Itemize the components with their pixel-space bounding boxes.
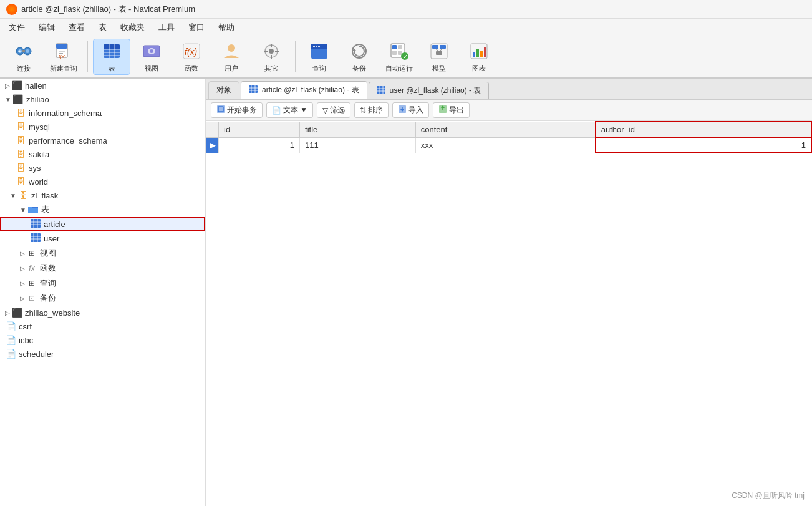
sidebar-item-tables-folder[interactable]: ▼ 表 bbox=[0, 202, 205, 217]
cell-title[interactable]: 111 bbox=[300, 137, 416, 153]
th-author-id[interactable]: author_id bbox=[596, 122, 811, 137]
new-query-button[interactable]: f(x) 新建查询 bbox=[45, 39, 82, 75]
sidebar-item-backup[interactable]: ▷ ⊡ 备份 bbox=[0, 291, 205, 306]
title-bar: article @zl_flask (zhiliao) - 表 - Navica… bbox=[0, 0, 812, 19]
tab-article[interactable]: article @zl_flask (zhiliao) - 表 bbox=[241, 81, 367, 99]
row-marker: ▶ bbox=[206, 137, 219, 153]
sidebar-item-csrf[interactable]: 📄 csrf bbox=[0, 319, 205, 333]
backup-button[interactable]: 备份 bbox=[341, 39, 378, 75]
import-label: 导入 bbox=[408, 105, 423, 115]
filter-icon: ▽ bbox=[322, 106, 328, 115]
menu-table[interactable]: 表 bbox=[92, 20, 113, 35]
svg-rect-54 bbox=[484, 47, 486, 57]
sidebar-item-scheduler[interactable]: 📄 scheduler bbox=[0, 347, 205, 361]
sidebar-item-information-schema[interactable]: 🗄 information_schema bbox=[0, 106, 205, 120]
view-button[interactable]: 视图 bbox=[133, 39, 170, 75]
th-id[interactable]: id bbox=[219, 122, 300, 137]
text-label: 文本 ▼ bbox=[283, 105, 307, 115]
sidebar-item-mysql[interactable]: 🗄 mysql bbox=[0, 120, 205, 134]
folder-icon bbox=[27, 205, 39, 215]
db-icon: 🗄 bbox=[15, 163, 26, 173]
data-table: id title content author_id ▶ 1 111 xxx 1 bbox=[206, 121, 812, 153]
function-button[interactable]: f(x) 函数 bbox=[173, 39, 210, 75]
table-label: 表 bbox=[109, 64, 115, 73]
filter-button[interactable]: ▽ 筛选 bbox=[317, 102, 350, 118]
menu-file[interactable]: 文件 bbox=[2, 20, 31, 35]
svg-rect-69 bbox=[249, 85, 258, 93]
menu-window[interactable]: 窗口 bbox=[182, 20, 211, 35]
sidebar-item-world[interactable]: 🗄 world bbox=[0, 175, 205, 188]
export-button[interactable]: 导出 bbox=[433, 102, 470, 118]
import-button[interactable]: 导入 bbox=[392, 102, 429, 118]
sidebar-item-icbc[interactable]: 📄 icbc bbox=[0, 333, 205, 347]
sort-button[interactable]: ⇅ 排序 bbox=[354, 102, 389, 118]
sidebar-item-sakila[interactable]: 🗄 sakila bbox=[0, 147, 205, 161]
sidebar-item-zhiliao-website[interactable]: ▷ ⬛ zhiliao_website bbox=[0, 306, 205, 319]
other-button[interactable]: 其它 bbox=[253, 39, 290, 75]
tab-user[interactable]: user @zl_flask (zhiliao) - 表 bbox=[369, 82, 490, 99]
menu-tools[interactable]: 工具 bbox=[152, 20, 181, 35]
menu-view[interactable]: 查看 bbox=[62, 20, 91, 35]
table-button[interactable]: 表 bbox=[93, 39, 130, 75]
query-icon bbox=[309, 41, 329, 61]
sidebar-item-article[interactable]: article bbox=[0, 217, 205, 231]
tab-article-label: article @zl_flask (zhiliao) - 表 bbox=[262, 85, 359, 95]
cell-id[interactable]: 1 bbox=[219, 137, 300, 153]
user-button[interactable]: 用户 bbox=[213, 39, 250, 75]
expand-arrow-zhiliao: ▼ bbox=[5, 96, 11, 103]
query-button[interactable]: 查询 bbox=[301, 39, 338, 75]
connect-button[interactable]: + 连接 bbox=[5, 39, 42, 75]
svg-rect-52 bbox=[476, 49, 479, 57]
chart-button[interactable]: 图表 bbox=[460, 39, 498, 75]
sidebar-item-queries[interactable]: ▷ ⊞ 查询 bbox=[0, 276, 205, 291]
sidebar-item-perf-schema[interactable]: 🗄 performance_schema bbox=[0, 134, 205, 147]
table-icon bbox=[102, 41, 122, 61]
toolbar-sep-2 bbox=[295, 41, 296, 72]
expand-arrow-tables: ▼ bbox=[20, 207, 26, 213]
sidebar-item-hallen[interactable]: ▷ ⬛ hallen bbox=[0, 79, 205, 92]
tables-folder-label: 表 bbox=[41, 204, 49, 215]
expand-arrow: ▷ bbox=[5, 82, 10, 89]
menu-edit[interactable]: 编辑 bbox=[32, 20, 61, 35]
csrf-label: csrf bbox=[19, 322, 32, 331]
svg-rect-9 bbox=[59, 51, 65, 52]
begin-tx-button[interactable]: 开始事务 bbox=[211, 102, 263, 118]
sidebar-item-funcs[interactable]: ▷ fx 函数 bbox=[0, 261, 205, 276]
view-icon bbox=[142, 41, 162, 61]
chart-icon bbox=[469, 41, 489, 61]
svg-point-4 bbox=[26, 49, 29, 53]
sidebar-item-zhiliao[interactable]: ▼ ⬛ zhiliao bbox=[0, 92, 205, 106]
zhiliao-website-label: zhiliao_website bbox=[25, 308, 80, 318]
svg-point-25 bbox=[269, 49, 274, 54]
window-title: article @zl_flask (zhiliao) - 表 - Navica… bbox=[21, 4, 195, 15]
mysql-label: mysql bbox=[29, 122, 50, 132]
connect-icon: + bbox=[14, 41, 34, 61]
sidebar-item-zl-flask[interactable]: ▼ 🗄 zl_flask bbox=[0, 188, 205, 202]
autorun-button[interactable]: ✓ 自动运行 bbox=[380, 39, 418, 75]
svg-rect-74 bbox=[377, 86, 385, 94]
menu-bar: 文件 编辑 查看 表 收藏夹 工具 窗口 帮助 bbox=[0, 19, 812, 36]
tab-objects[interactable]: 对象 bbox=[208, 81, 239, 99]
svg-rect-7 bbox=[56, 44, 67, 49]
sidebar: ▷ ⬛ hallen ▼ ⬛ zhiliao 🗄 information_sch… bbox=[0, 79, 206, 506]
text-button[interactable]: 📄 文本 ▼ bbox=[266, 102, 313, 118]
menu-help[interactable]: 帮助 bbox=[212, 20, 241, 35]
chart-label: 图表 bbox=[472, 64, 486, 73]
sidebar-item-user[interactable]: user bbox=[0, 231, 205, 246]
svg-rect-38 bbox=[392, 45, 397, 49]
cell-content[interactable]: xxx bbox=[415, 137, 595, 153]
zw-icon: ⬛ bbox=[11, 308, 22, 318]
tab-user-icon bbox=[377, 86, 387, 95]
funcs-icon: fx bbox=[26, 264, 37, 273]
svg-rect-10 bbox=[59, 53, 63, 54]
sidebar-item-views[interactable]: ▷ ⊞ 视图 bbox=[0, 246, 205, 261]
svg-text:f(x): f(x) bbox=[185, 47, 197, 57]
th-content[interactable]: content bbox=[415, 122, 595, 137]
th-title[interactable]: title bbox=[300, 122, 416, 137]
model-button[interactable]: 模型 bbox=[420, 39, 458, 75]
export-icon bbox=[438, 105, 447, 115]
cell-author-id[interactable]: 1 bbox=[596, 137, 811, 153]
sidebar-item-sys[interactable]: 🗄 sys bbox=[0, 161, 205, 175]
menu-favorites[interactable]: 收藏夹 bbox=[114, 20, 151, 35]
svg-point-20 bbox=[150, 49, 153, 53]
